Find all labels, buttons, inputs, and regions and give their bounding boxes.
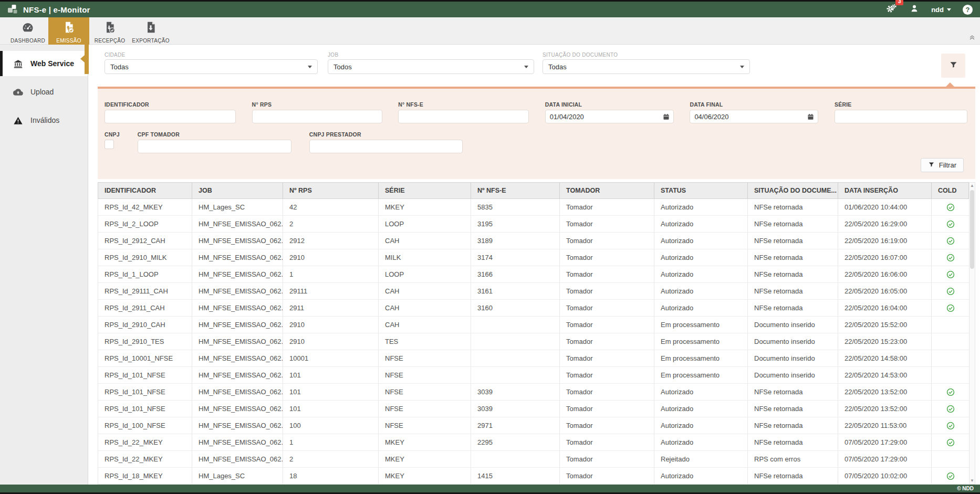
cnpj-checkbox[interactable] <box>105 140 114 149</box>
column-header[interactable]: STATUS <box>654 183 748 198</box>
cell-cold <box>932 317 970 333</box>
column-header[interactable]: DATA INSERÇÃO <box>838 183 932 198</box>
filter-toggle-button[interactable] <box>941 54 965 78</box>
cell-data_insercao: 22/05/2020 16:29:00 <box>838 216 932 233</box>
column-header[interactable]: TOMADOR <box>560 183 654 198</box>
cell-rps: 1 <box>283 266 379 283</box>
nfse-input[interactable] <box>398 110 529 123</box>
table-row[interactable]: RPS_Id_2910_TESHM_NFSE_EMISSAO_062...291… <box>98 333 969 350</box>
table-row[interactable]: RPS_Id_101_NFSEHM_NFSE_EMISSAO_062...101… <box>98 367 969 384</box>
table-row[interactable]: RPS_Id_2911_CAHHM_NFSE_EMISSAO_062...291… <box>98 300 969 317</box>
cell-data_insercao: 22/05/2020 16:06:00 <box>838 266 932 283</box>
cell-status: Autorizado <box>654 384 748 401</box>
cell-situacao: NFSe retornada <box>748 283 838 300</box>
table-row[interactable]: RPS_Id_29111_CAHHM_NFSE_EMISSAO_062...29… <box>98 283 969 300</box>
table-row[interactable]: RPS_Id_42_MKEYHM_Lages_SC42MKEY5835Tomad… <box>98 199 969 216</box>
scrollbar-thumb[interactable] <box>970 190 974 269</box>
cell-nfse: 3195 <box>471 216 560 233</box>
app-logo-icon <box>7 4 18 15</box>
table-row[interactable]: RPS_Id_10001_NFSEHM_NFSE_EMISSAO_062...1… <box>98 350 969 367</box>
table-row[interactable]: RPS_Id_22_MKEYHM_NFSE_EMISSAO_062...1MKE… <box>98 434 969 451</box>
cell-nfse <box>471 317 560 333</box>
cell-identificador: RPS_Id_100_NFSE <box>98 417 192 434</box>
table-row[interactable]: RPS_Id_2912_CAHHM_NFSE_EMISSAO_062...291… <box>98 233 969 249</box>
cell-rps: 42 <box>283 199 379 216</box>
data-inicial-label: DATA INICIAL <box>545 101 674 108</box>
sidebar-item-invalidos[interactable]: Inválidos <box>0 108 88 133</box>
table-row[interactable]: RPS_Id_2_LOOPHM_NFSE_EMISSAO_062...2LOOP… <box>98 216 969 233</box>
tab-recepcao[interactable]: RECEPÇÃO <box>89 17 130 45</box>
table-row[interactable]: RPS_Id_101_NFSEHM_NFSE_EMISSAO_062...101… <box>98 401 969 417</box>
data-final-input[interactable] <box>690 110 818 123</box>
cell-rps: 2 <box>283 216 379 233</box>
serie-input[interactable] <box>835 110 967 123</box>
cell-data_insercao: 07/05/2020 17:29:00 <box>838 451 932 468</box>
column-header[interactable]: IDENTIFICADOR <box>98 183 192 198</box>
sidebar-item-upload[interactable]: Upload <box>0 79 88 104</box>
sidebar-item-web-service[interactable]: Web Service <box>0 51 88 76</box>
cold-check-icon <box>946 287 955 296</box>
column-header[interactable]: SÉRIE <box>379 183 471 198</box>
table-row[interactable]: RPS_Id_18_MKEYHM_Lages_SC18MKEY1415Tomad… <box>98 468 969 485</box>
app-title: NFS-e | e-Monitor <box>23 5 90 14</box>
situacao-select[interactable]: Todas <box>543 59 750 74</box>
data-final-label: DATA FINAL <box>690 101 818 108</box>
table-row[interactable]: RPS_Id_1_LOOPHM_NFSE_EMISSAO_062...1LOOP… <box>98 266 969 283</box>
data-inicial-input[interactable] <box>545 110 674 123</box>
cell-status: Autorizado <box>654 199 748 216</box>
chevron-down-icon <box>947 8 951 11</box>
table-row[interactable]: RPS_Id_101_NFSEHM_NFSE_EMISSAO_062...101… <box>98 384 969 401</box>
column-header[interactable]: Nº RPS <box>283 183 379 198</box>
table-row[interactable]: RPS_Id_100_NFSEHM_NFSE_EMISSAO_062...100… <box>98 417 969 434</box>
tab-dashboard[interactable]: DASHBOARD <box>7 17 48 45</box>
cold-check-icon <box>946 270 955 279</box>
cnpj-prestador-input[interactable] <box>309 140 463 153</box>
collapse-toolbar-button[interactable] <box>968 34 976 43</box>
tab-exportacao[interactable]: EXPORTAÇÃO <box>130 17 171 45</box>
cell-rps: 2 <box>283 451 379 468</box>
username-dropdown[interactable]: ndd <box>931 6 951 14</box>
cell-status: Autorizado <box>654 233 748 249</box>
cell-rps: 29111 <box>283 283 379 300</box>
calendar-icon[interactable] <box>662 113 670 121</box>
cell-data_insercao: 22/05/2020 14:58:00 <box>838 350 932 367</box>
notifications-button[interactable]: 3 <box>885 2 898 17</box>
cold-check-icon <box>946 422 955 430</box>
column-header[interactable]: COLD <box>932 183 970 198</box>
cell-nfse <box>471 451 560 468</box>
user-menu[interactable] <box>909 3 920 16</box>
identificador-input[interactable] <box>105 110 236 123</box>
cell-status: Autorizado <box>654 216 748 233</box>
job-select[interactable]: Todos <box>328 59 534 74</box>
scroll-down-icon[interactable]: ▼ <box>970 478 974 484</box>
cnpj-label: CNPJ <box>105 131 120 138</box>
table-row[interactable]: RPS_Id_2910_CAHHM_NFSE_EMISSAO_062...291… <box>98 317 969 333</box>
cell-rps: 2910 <box>283 317 379 333</box>
tab-label: DASHBOARD <box>11 38 45 44</box>
column-header[interactable]: JOB <box>192 183 283 198</box>
cell-nfse: 2295 <box>471 434 560 451</box>
cpf-tomador-label: CPF TOMADOR <box>138 131 291 138</box>
table-scrollbar[interactable]: ▲ ▼ <box>969 182 975 485</box>
cpf-tomador-input[interactable] <box>138 140 291 153</box>
tab-emissao[interactable]: EMISSÃO <box>48 17 89 45</box>
filtrar-button[interactable]: Filtrar <box>921 158 964 172</box>
calendar-icon[interactable] <box>807 113 815 121</box>
column-header[interactable]: SITUAÇÃO DO DOCUME... <box>748 183 838 198</box>
cell-cold <box>932 401 970 417</box>
scroll-up-icon[interactable]: ▲ <box>970 183 974 189</box>
table-row[interactable]: RPS_Id_2910_MILKHM_NFSE_EMISSAO_062...29… <box>98 249 969 266</box>
filter-fields-row-2: CNPJ CPF TOMADOR CNPJ PRESTADOR <box>105 131 967 153</box>
job-label: JOB <box>328 52 534 58</box>
cell-identificador: RPS_Id_2911_CAH <box>98 300 192 317</box>
cell-identificador: RPS_Id_10001_NFSE <box>98 350 192 367</box>
rps-input[interactable] <box>252 110 382 123</box>
cell-status: Em processamento <box>654 367 748 384</box>
table-row[interactable]: RPS_Id_22_MKEYHM_NFSE_EMISSAO_062...2MKE… <box>98 451 969 468</box>
column-header[interactable]: Nº NFS-E <box>471 183 560 198</box>
serie-label: SÉRIE <box>835 101 967 108</box>
cidade-value: Todas <box>110 63 129 71</box>
help-button[interactable]: ? <box>963 5 973 15</box>
cidade-select[interactable]: Todas <box>105 59 318 74</box>
cell-nfse <box>471 367 560 384</box>
